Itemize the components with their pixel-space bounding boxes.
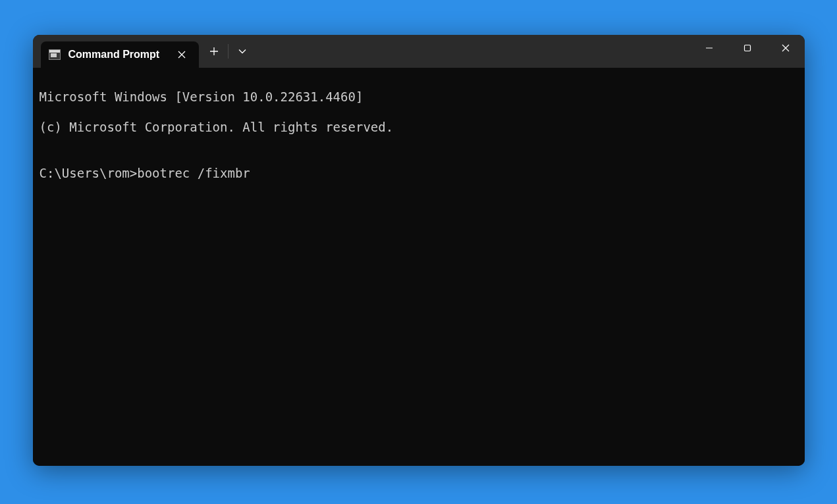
divider bbox=[228, 44, 229, 59]
terminal-output-line: (c) Microsoft Corporation. All rights re… bbox=[40, 120, 798, 135]
tabs-area: Command Prompt bbox=[33, 35, 255, 68]
tab-command-prompt[interactable]: Command Prompt bbox=[41, 41, 199, 68]
terminal-prompt-line: C:\Users\rom>bootrec /fixmbr bbox=[40, 166, 798, 181]
chevron-down-icon bbox=[238, 49, 246, 54]
terminal-output-line: Microsoft Windows [Version 10.0.22631.44… bbox=[40, 89, 798, 105]
plus-icon bbox=[209, 47, 219, 56]
terminal-window: Command Prompt bbox=[33, 35, 805, 466]
close-window-button[interactable] bbox=[767, 35, 805, 61]
tab-title: Command Prompt bbox=[68, 49, 166, 61]
new-tab-button[interactable] bbox=[202, 41, 227, 62]
minimize-icon bbox=[705, 44, 713, 52]
minimize-button[interactable] bbox=[690, 35, 728, 61]
tab-close-button[interactable] bbox=[174, 47, 190, 63]
close-icon bbox=[782, 44, 790, 52]
close-icon bbox=[178, 51, 186, 59]
svg-rect-0 bbox=[744, 45, 750, 51]
tab-controls bbox=[202, 35, 255, 68]
tab-dropdown-button[interactable] bbox=[230, 41, 255, 62]
window-controls bbox=[690, 35, 805, 61]
maximize-icon bbox=[743, 44, 751, 52]
terminal-body[interactable]: Microsoft Windows [Version 10.0.22631.44… bbox=[33, 68, 805, 466]
command-prompt-icon bbox=[49, 49, 61, 60]
titlebar: Command Prompt bbox=[33, 35, 805, 68]
maximize-button[interactable] bbox=[728, 35, 767, 61]
